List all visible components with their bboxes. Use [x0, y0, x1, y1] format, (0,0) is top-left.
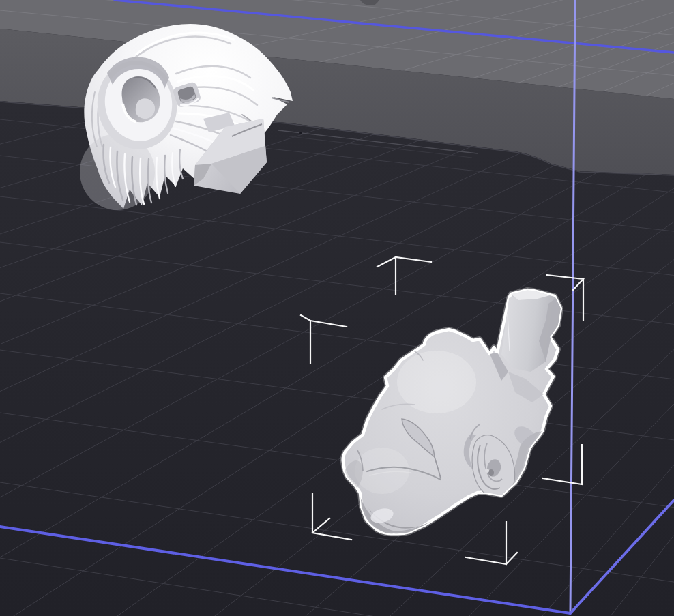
slicer-3d-viewport[interactable]	[0, 0, 674, 616]
scene-canvas[interactable]	[0, 0, 674, 616]
disc-inner-bump	[136, 98, 155, 119]
